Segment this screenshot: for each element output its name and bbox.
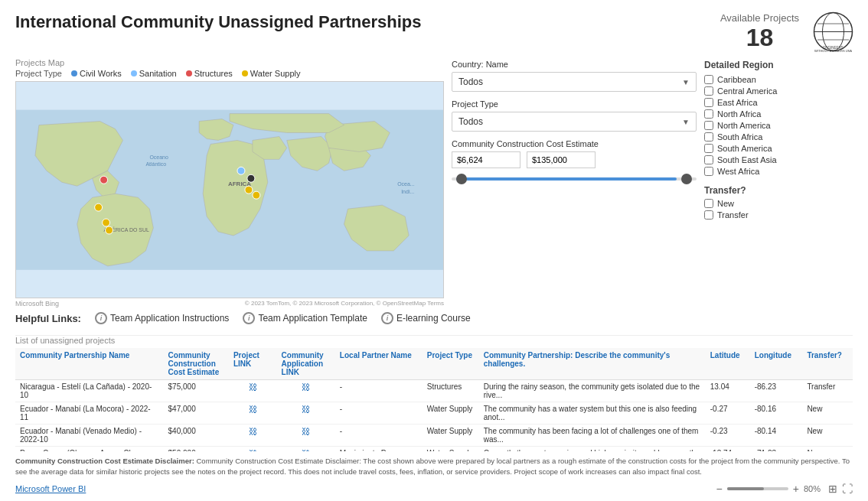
projects-table: Community Partnership Name Community Con… [15,348,853,451]
table-row[interactable]: Peru - Cusco (Q'eros – Anexo Chua Chua) … [15,447,853,452]
region-north-america-checkbox[interactable] [704,121,713,130]
legend-water-supply: Water Supply [242,69,301,78]
map-frame[interactable]: AMÉRICA DO SUL AFRICA [15,81,444,298]
project-type-dropdown-arrow: ▼ [682,118,690,126]
cell-lat: -0.27 [706,402,750,425]
cell-app-link[interactable]: ⛓ [277,447,335,452]
region-south-east-asia[interactable]: South East Asia [704,155,850,164]
pin-africa3 [245,186,253,194]
region-east-africa[interactable]: East Africa [704,98,850,107]
cell-challenge: Currently the most worrying and higher p… [479,447,706,452]
cell-name: Peru - Cusco (Q'eros – Anexo Chua Chua) … [15,447,164,452]
cell-challenge: The community has been facing a lot of c… [479,425,706,447]
table-section: List of unassigned projects Community Pa… [15,335,853,451]
col-lat: Latitude [706,348,750,380]
zoom-slider[interactable] [727,487,788,490]
map-footer: Microsoft Bing © 2023 TomTom, © 2023 Mic… [15,300,444,307]
cost-slider[interactable] [452,171,697,187]
cell-project-link[interactable]: ⛓ [229,402,277,425]
region-north-america[interactable]: North America [704,121,850,130]
app-link-icon[interactable]: ⛓ [302,405,310,414]
cell-name: Ecuador - Manabí (La Mocora) - 2022-11 [15,402,164,425]
legend-structures: Structures [186,69,233,78]
cell-lon: -86.23 [750,380,803,402]
pin-ecuador1 [95,203,103,211]
cell-lon: -71.23 [750,447,803,452]
region-east-africa-checkbox[interactable] [704,98,713,107]
zoom-in-button[interactable]: + [793,483,799,495]
table-row[interactable]: Nicaragua - Estelí (La Cañada) - 2020-10… [15,380,853,402]
region-north-africa-checkbox[interactable] [704,109,713,119]
region-central-america[interactable]: Central America [704,86,850,96]
legend-title: Project Type [15,69,62,78]
project-type-dropdown[interactable]: Todos ▼ [452,112,697,132]
region-south-africa[interactable]: South Africa [704,132,850,142]
col-cost: Community Construction Cost Estimate [164,348,229,380]
table-row[interactable]: Ecuador - Manabí (La Mocora) - 2022-11 $… [15,402,853,425]
slider-thumb-left[interactable] [456,174,467,184]
project-link-icon[interactable]: ⛓ [249,382,257,392]
cost-min-input[interactable] [452,151,520,168]
cell-project-link[interactable]: ⛓ [229,425,277,447]
project-link-icon[interactable]: ⛓ [249,405,257,414]
cell-app-link[interactable]: ⛓ [277,402,335,425]
pin-africa4 [253,191,260,199]
link-team-application-instructions[interactable]: i Team Application Instructions [95,312,229,324]
table-row[interactable]: Ecuador - Manabí (Venado Medio) - 2022-1… [15,425,853,447]
region-south-east-asia-checkbox[interactable] [704,155,713,164]
fit-page-icon[interactable]: ⊞ [828,483,837,495]
country-dropdown[interactable]: Todos ▼ [452,72,697,92]
region-caribbean-checkbox[interactable] [704,75,713,84]
table-scroll-area[interactable]: Community Partnership Name Community Con… [15,348,853,451]
pin-bolivia1 [106,226,113,234]
region-south-america-checkbox[interactable] [704,144,713,153]
col-local-partner: Local Partner Name [335,348,423,380]
cell-lat: -13.74 [706,447,750,452]
country-filter-label: Country: Name [452,60,697,69]
cell-lon: -80.14 [750,425,803,447]
cell-lat: 13.04 [706,380,750,402]
link-team-application-template[interactable]: i Team Application Template [243,312,367,324]
cost-max-input[interactable] [527,151,596,168]
cell-cost: $47,000 [164,402,229,425]
region-central-america-checkbox[interactable] [704,86,713,96]
powerbi-link[interactable]: Microsoft Power BI [15,484,86,493]
app-link-icon[interactable]: ⛓ [302,427,310,436]
cell-project-link[interactable]: ⛓ [229,447,277,452]
col-name: Community Partnership Name [15,348,164,380]
cell-lat: -0.23 [706,425,750,447]
region-west-africa-checkbox[interactable] [704,167,713,176]
logo: ENGINEERS WITHOUT BORDERS USA [812,11,854,53]
region-north-africa[interactable]: North Africa [704,109,850,119]
app-link-icon[interactable]: ⛓ [302,382,310,392]
col-lon: Longitude [750,348,803,380]
cell-app-link[interactable]: ⛓ [277,425,335,447]
region-south-africa-checkbox[interactable] [704,132,713,142]
cell-app-link[interactable]: ⛓ [277,380,335,402]
region-caribbean[interactable]: Caribbean [704,75,850,84]
region-south-america[interactable]: South America [704,144,850,153]
transfer-new[interactable]: New [704,199,850,208]
page-title: International Community Unassigned Partn… [15,12,422,32]
cell-transfer: New [802,447,853,452]
cell-cost: $75,000 [164,380,229,402]
project-link-icon[interactable]: ⛓ [249,449,257,451]
slider-thumb-right[interactable] [681,174,692,184]
fullscreen-icon[interactable]: ⛶ [842,483,853,495]
link-elearning-course[interactable]: i E-learning Course [381,312,471,324]
region-west-africa[interactable]: West Africa [704,167,850,176]
cell-project-link[interactable]: ⛓ [229,380,277,402]
transfer-transfer-checkbox[interactable] [704,210,713,220]
transfer-transfer[interactable]: Transfer [704,210,850,220]
app-link-icon[interactable]: ⛓ [302,449,310,451]
cell-cost: $40,000 [164,425,229,447]
project-link-icon[interactable]: ⛓ [249,427,257,436]
info-icon-2: i [243,312,255,324]
svg-text:Ocea...: Ocea... [397,181,415,187]
zoom-level: 80% [804,484,821,493]
transfer-new-checkbox[interactable] [704,199,713,208]
zoom-out-button[interactable]: − [716,483,723,495]
cell-project-type: Water Supply [423,402,479,425]
legend: Project Type Civil Works Sanitation Stru… [15,69,444,78]
detailed-region-title: Detailed Region [704,60,850,70]
